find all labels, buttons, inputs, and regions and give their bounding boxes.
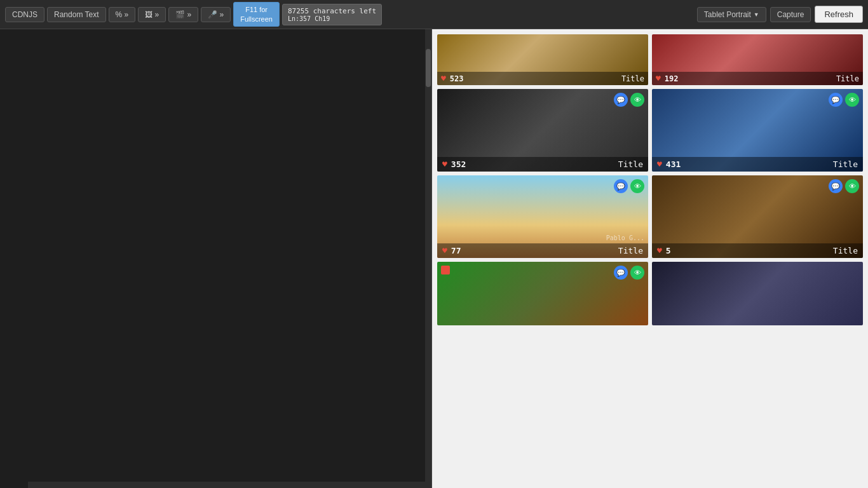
card-title-2: Title bbox=[836, 74, 859, 83]
image-grid-2: 💬 👁 Pablo G... ♥ 77 Title 💬 👁 ♥ bbox=[437, 175, 863, 258]
image-grid-1: 💬 👁 ♥ 352 Title 💬 👁 ♥ 431 Tit bbox=[437, 89, 863, 172]
card-title-1: Title bbox=[621, 74, 644, 83]
capture-button[interactable]: Capture bbox=[770, 7, 811, 22]
symbol-button[interactable]: % » bbox=[109, 7, 136, 22]
card-overlay-4: ♥ 431 Title bbox=[652, 157, 863, 172]
eye-icon-5: 👁 bbox=[630, 179, 644, 193]
eye-icon-6: 👁 bbox=[845, 179, 859, 193]
image-button[interactable]: 🖼 » bbox=[138, 7, 166, 22]
comment-icon-5: 💬 bbox=[614, 179, 628, 193]
card-mid1-1: 💬 👁 ♥ 352 Title bbox=[437, 89, 648, 172]
toolbar-right: Tablet Portrait ▼ Capture Refresh bbox=[697, 6, 863, 23]
card-icons-5: 💬 👁 bbox=[614, 179, 644, 193]
like-count-1: 523 bbox=[450, 74, 464, 83]
main-layout: ♥ 523 Title ♥ 192 Title 💬 👁 bbox=[0, 29, 868, 488]
card-overlay-6: ♥ 5 Title bbox=[652, 243, 863, 258]
card-overlay-1: ♥ 523 Title bbox=[437, 72, 648, 85]
heart-icon-3: ♥ bbox=[442, 159, 447, 169]
heart-icon-5: ♥ bbox=[442, 246, 447, 255]
code-content[interactable] bbox=[28, 29, 425, 488]
eye-icon-4: 👁 bbox=[845, 93, 859, 107]
chevron-down-icon: ▼ bbox=[754, 11, 759, 18]
like-count-4: 431 bbox=[666, 159, 681, 169]
preview-panel: ♥ 523 Title ♥ 192 Title 💬 👁 bbox=[432, 29, 868, 488]
video-button[interactable]: 🎬 » bbox=[168, 7, 198, 22]
f11-line2: Fullscreen bbox=[240, 15, 273, 23]
heart-icon-4: ♥ bbox=[657, 159, 662, 169]
card-overlay-3: ♥ 352 Title bbox=[437, 157, 648, 172]
eye-icon-3: 👁 bbox=[630, 93, 644, 107]
horizontal-scrollbar[interactable] bbox=[28, 482, 425, 488]
card-icons-7: 💬 👁 bbox=[614, 266, 644, 280]
like-count-5: 77 bbox=[451, 246, 461, 255]
comment-icon-4: 💬 bbox=[829, 93, 843, 107]
card-icons-3: 💬 👁 bbox=[614, 93, 644, 107]
heart-icon-6: ♥ bbox=[657, 246, 662, 255]
eye-icon-7: 👁 bbox=[630, 266, 644, 280]
comment-icon-3: 💬 bbox=[614, 93, 628, 107]
heart-icon-2: ♥ bbox=[656, 74, 661, 83]
like-count-3: 352 bbox=[451, 159, 466, 169]
card-mid2-1: 💬 👁 Pablo G... ♥ 77 Title bbox=[437, 175, 648, 258]
card-overlay-2: ♥ 192 Title bbox=[652, 72, 863, 85]
f11-line1: F11 for bbox=[245, 6, 268, 13]
card-bot-1: 💬 👁 bbox=[437, 262, 648, 325]
status-chars: 87255 characters left Ln:357 Ch19 bbox=[282, 4, 382, 25]
card-overlay-5: ♥ 77 Title bbox=[437, 243, 648, 258]
comment-icon-7: 💬 bbox=[614, 266, 628, 280]
card-icons-4: 💬 👁 bbox=[829, 93, 859, 107]
like-count-6: 5 bbox=[666, 246, 671, 255]
toolbar: CDNJS Random Text % » 🖼 » 🎬 » 🎤 » F11 fo… bbox=[0, 0, 868, 29]
tablet-portrait-dropdown[interactable]: Tablet Portrait ▼ bbox=[697, 7, 766, 22]
red-badge-icon bbox=[441, 266, 450, 274]
vertical-scrollbar[interactable] bbox=[425, 29, 431, 488]
card-title-6: Title bbox=[833, 246, 858, 255]
card-image-8 bbox=[652, 262, 863, 325]
scrollbar-thumb[interactable] bbox=[426, 49, 431, 87]
f11-fullscreen-button[interactable]: F11 for Fullscreen bbox=[233, 2, 280, 27]
card-mid1-2: 💬 👁 ♥ 431 Title bbox=[652, 89, 863, 172]
image-grid-3: 💬 👁 bbox=[437, 262, 863, 325]
top-card-row: ♥ 523 Title ♥ 192 Title bbox=[437, 34, 863, 85]
card-top-2: ♥ 192 Title bbox=[652, 34, 863, 85]
comment-icon-6: 💬 bbox=[829, 179, 843, 193]
card-watermark-5: Pablo G... bbox=[606, 234, 644, 241]
mic-button[interactable]: 🎤 » bbox=[201, 7, 231, 22]
card-title-3: Title bbox=[618, 159, 643, 169]
refresh-button[interactable]: Refresh bbox=[815, 6, 863, 23]
cdnjs-button[interactable]: CDNJS bbox=[5, 7, 44, 22]
card-bot-2 bbox=[652, 262, 863, 325]
code-editor[interactable] bbox=[0, 29, 432, 488]
random-text-button[interactable]: Random Text bbox=[47, 7, 105, 22]
card-top-1: ♥ 523 Title bbox=[437, 34, 648, 85]
card-title-5: Title bbox=[618, 246, 643, 255]
heart-icon-1: ♥ bbox=[441, 74, 446, 83]
card-icons-6: 💬 👁 bbox=[829, 179, 859, 193]
line-numbers bbox=[0, 29, 28, 488]
card-title-4: Title bbox=[833, 159, 858, 169]
like-count-2: 192 bbox=[665, 74, 679, 83]
card-mid2-2: 💬 👁 ♥ 5 Title bbox=[652, 175, 863, 258]
